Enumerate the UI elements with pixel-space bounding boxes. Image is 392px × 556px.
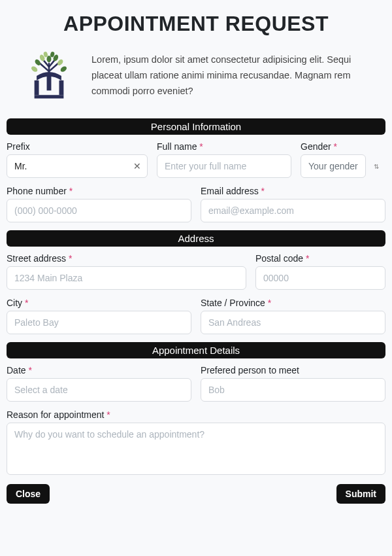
label-state: State / Province *: [201, 298, 385, 308]
close-button[interactable]: Close: [7, 484, 50, 504]
label-gender: Gender *: [301, 141, 385, 152]
state-input[interactable]: [201, 311, 385, 334]
svg-rect-2: [59, 80, 63, 95]
label-prefix: Prefix: [7, 141, 148, 152]
svg-rect-0: [47, 76, 52, 90]
reason-textarea[interactable]: [7, 423, 385, 475]
label-postal: Postal code *: [255, 253, 385, 264]
svg-point-3: [47, 56, 52, 62]
email-input[interactable]: [201, 199, 385, 222]
field-street: Street address *: [7, 253, 246, 290]
street-input[interactable]: [7, 266, 246, 290]
field-person: Prefered person to meet: [201, 365, 385, 402]
label-date: Date *: [7, 365, 191, 375]
label-city: City *: [7, 298, 191, 308]
svg-point-8: [30, 65, 38, 73]
field-postal: Postal code *: [255, 253, 385, 290]
section-header-details: Appointment Details: [7, 342, 385, 358]
svg-point-7: [56, 58, 64, 66]
person-input[interactable]: [201, 378, 385, 402]
postal-input[interactable]: [255, 266, 385, 290]
label-phone: Phone number *: [7, 186, 191, 196]
label-street: Street address *: [7, 253, 246, 264]
field-fullname: Full name *: [157, 141, 291, 178]
intro-row: Lorem, ipsum dolor sit amet consectetur …: [7, 46, 385, 116]
label-fullname: Full name *: [157, 141, 291, 152]
field-date: Date *: [7, 365, 191, 402]
submit-button[interactable]: Submit: [336, 484, 385, 504]
page-title: APPOINTMENT REQUEST: [7, 12, 385, 36]
field-city: City *: [7, 298, 191, 334]
clear-prefix-icon[interactable]: ✕: [133, 161, 141, 171]
label-email: Email address *: [201, 186, 385, 196]
field-reason: Reason for appointment *: [7, 409, 385, 475]
section-header-personal: Personal Information: [7, 118, 385, 135]
field-prefix: Prefix ✕: [7, 141, 148, 178]
gender-select[interactable]: Your gender: [301, 154, 366, 178]
tree-logo-icon: [20, 46, 78, 105]
footer: Close Submit: [7, 484, 385, 504]
label-person: Prefered person to meet: [201, 365, 385, 375]
field-state: State / Province *: [201, 298, 385, 334]
date-input[interactable]: [7, 378, 191, 402]
field-email: Email address *: [201, 186, 385, 222]
phone-input[interactable]: [7, 199, 191, 222]
city-input[interactable]: [7, 311, 191, 334]
section-header-address: Address: [7, 230, 385, 247]
fullname-input[interactable]: [157, 154, 291, 178]
svg-point-6: [34, 58, 42, 66]
svg-rect-1: [35, 80, 39, 95]
svg-point-9: [59, 65, 67, 73]
prefix-input[interactable]: [7, 154, 148, 178]
intro-text: Lorem, ipsum dolor sit amet consectetur …: [91, 52, 372, 99]
label-reason: Reason for appointment *: [7, 409, 385, 420]
field-phone: Phone number *: [7, 186, 191, 222]
field-gender: Gender * Your gender: [301, 141, 385, 178]
